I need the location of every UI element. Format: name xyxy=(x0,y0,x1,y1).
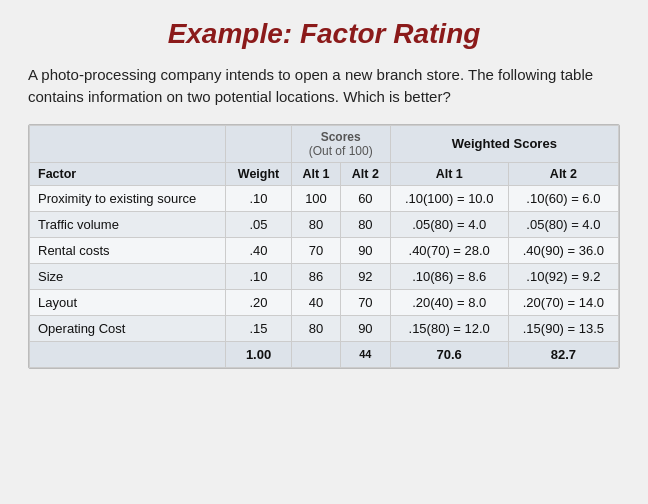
page-title: Example: Factor Rating xyxy=(28,18,620,50)
table-row: Size.108692.10(86) = 8.6.10(92) = 9.2 xyxy=(30,263,619,289)
weighted-scores-group-header: Weighted Scores xyxy=(390,125,618,162)
column-group-header-row: Scores (Out of 100) Weighted Scores xyxy=(30,125,619,162)
table-body: Proximity to existing source.1010060.10(… xyxy=(30,185,619,367)
col-header-weight: Weight xyxy=(226,162,291,185)
column-sub-header-row: Factor Weight Alt 1 Alt 2 Alt 1 Alt 2 xyxy=(30,162,619,185)
table-cell: .05(80) = 4.0 xyxy=(508,211,618,237)
table-cell: Operating Cost xyxy=(30,315,226,341)
table-cell: .05(80) = 4.0 xyxy=(390,211,508,237)
total-cell: 44 xyxy=(341,341,390,367)
table-cell: 90 xyxy=(341,315,390,341)
total-cell xyxy=(30,341,226,367)
table-cell: 70 xyxy=(341,289,390,315)
table-cell: .15(80) = 12.0 xyxy=(390,315,508,341)
table-cell: .10(92) = 9.2 xyxy=(508,263,618,289)
total-cell: 70.6 xyxy=(390,341,508,367)
table-cell: .15 xyxy=(226,315,291,341)
table-cell: 100 xyxy=(291,185,340,211)
total-cell xyxy=(291,341,340,367)
empty-header2 xyxy=(226,125,291,162)
table-cell: .10 xyxy=(226,185,291,211)
table-cell: .05 xyxy=(226,211,291,237)
table-cell: Layout xyxy=(30,289,226,315)
col-header-alt2: Alt 2 xyxy=(341,162,390,185)
table-row: Operating Cost.158090.15(80) = 12.0.15(9… xyxy=(30,315,619,341)
table-row: Traffic volume.058080.05(80) = 4.0.05(80… xyxy=(30,211,619,237)
table-row: Proximity to existing source.1010060.10(… xyxy=(30,185,619,211)
factor-table-container: Scores (Out of 100) Weighted Scores Fact… xyxy=(28,124,620,369)
table-cell: .10(60) = 6.0 xyxy=(508,185,618,211)
scores-group-header: Scores (Out of 100) xyxy=(291,125,390,162)
factor-rating-table: Scores (Out of 100) Weighted Scores Fact… xyxy=(29,125,619,368)
table-cell: 80 xyxy=(341,211,390,237)
table-cell: .20 xyxy=(226,289,291,315)
table-cell: 40 xyxy=(291,289,340,315)
table-cell: .40(90) = 36.0 xyxy=(508,237,618,263)
col-header-walt1: Alt 1 xyxy=(390,162,508,185)
table-cell: .20(70) = 14.0 xyxy=(508,289,618,315)
description-text: A photo-processing company intends to op… xyxy=(28,64,620,108)
slide: Example: Factor Rating A photo-processin… xyxy=(0,0,648,504)
table-cell: Proximity to existing source xyxy=(30,185,226,211)
col-header-walt2: Alt 2 xyxy=(508,162,618,185)
table-cell: 70 xyxy=(291,237,340,263)
table-cell: .10(100) = 10.0 xyxy=(390,185,508,211)
table-cell: Size xyxy=(30,263,226,289)
total-cell: 1.00 xyxy=(226,341,291,367)
total-cell: 82.7 xyxy=(508,341,618,367)
table-cell: .40 xyxy=(226,237,291,263)
table-cell: 80 xyxy=(291,315,340,341)
total-row: 1.004470.682.7 xyxy=(30,341,619,367)
table-cell: .20(40) = 8.0 xyxy=(390,289,508,315)
table-cell: 60 xyxy=(341,185,390,211)
table-row: Rental costs.407090.40(70) = 28.0.40(90)… xyxy=(30,237,619,263)
table-cell: 86 xyxy=(291,263,340,289)
table-cell: Rental costs xyxy=(30,237,226,263)
table-cell: 92 xyxy=(341,263,390,289)
table-cell: .40(70) = 28.0 xyxy=(390,237,508,263)
table-cell: .15(90) = 13.5 xyxy=(508,315,618,341)
table-cell: .10 xyxy=(226,263,291,289)
table-cell: 90 xyxy=(341,237,390,263)
col-header-factor: Factor xyxy=(30,162,226,185)
table-cell: 80 xyxy=(291,211,340,237)
empty-header xyxy=(30,125,226,162)
table-row: Layout.204070.20(40) = 8.0.20(70) = 14.0 xyxy=(30,289,619,315)
col-header-alt1: Alt 1 xyxy=(291,162,340,185)
table-cell: Traffic volume xyxy=(30,211,226,237)
table-cell: .10(86) = 8.6 xyxy=(390,263,508,289)
